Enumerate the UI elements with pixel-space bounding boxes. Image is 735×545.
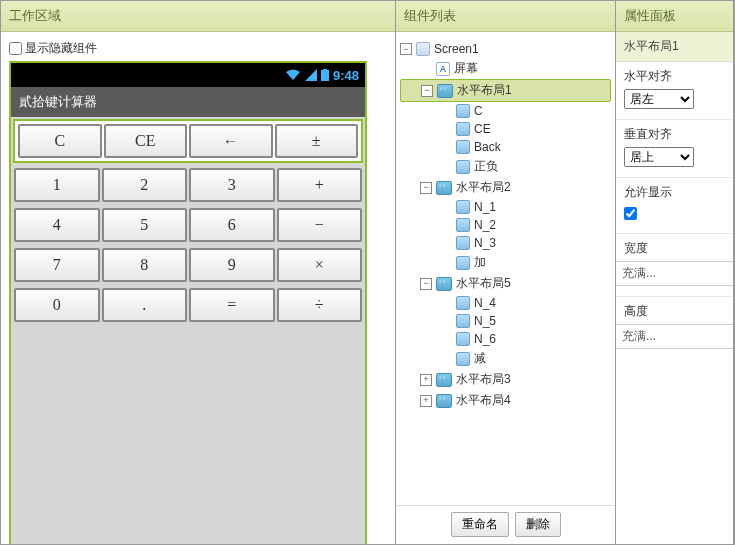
- comp-icon: [456, 122, 470, 136]
- tree-node[interactable]: N_1: [400, 198, 611, 216]
- prop-valign-select[interactable]: 居上: [624, 147, 694, 167]
- calc-button[interactable]: 5: [102, 208, 188, 242]
- show-hidden-row[interactable]: 显示隐藏组件: [9, 40, 387, 57]
- tree-node-label: 水平布局5: [456, 275, 511, 292]
- calc-row: CCE←±: [13, 119, 363, 163]
- tree-node[interactable]: −水平布局1: [400, 79, 611, 102]
- prop-visible: 允许显示: [616, 177, 733, 233]
- calc-button[interactable]: 0: [14, 288, 100, 322]
- comp-icon: [456, 140, 470, 154]
- prop-width-label: 宽度: [624, 240, 725, 257]
- calc-row: 789×: [13, 247, 363, 283]
- tree-node[interactable]: Back: [400, 138, 611, 156]
- comp-icon: [456, 314, 470, 328]
- svg-rect-1: [323, 69, 327, 71]
- calc-button[interactable]: +: [277, 168, 363, 202]
- component-list-title: 组件列表: [396, 1, 615, 32]
- layout-icon: [436, 394, 452, 408]
- calc-button[interactable]: 6: [189, 208, 275, 242]
- tree-node-label: 水平布局4: [456, 392, 511, 409]
- tree-node[interactable]: N_4: [400, 294, 611, 312]
- component-list-panel: 组件列表 −Screen1A屏幕−水平布局1CCEBack正负−水平布局2N_1…: [396, 1, 616, 544]
- tree-node[interactable]: CE: [400, 120, 611, 138]
- tree-node-label: C: [474, 104, 483, 118]
- layout-icon: [436, 181, 452, 195]
- tree-node-label: 水平布局1: [457, 82, 512, 99]
- tree-node-label: N_3: [474, 236, 496, 250]
- prop-width-value[interactable]: 充满...: [616, 261, 733, 286]
- tree-node[interactable]: N_6: [400, 330, 611, 348]
- tree-node[interactable]: −水平布局5: [400, 273, 611, 294]
- calc-button[interactable]: 9: [189, 248, 275, 282]
- calc-button[interactable]: 4: [14, 208, 100, 242]
- tree-node-label: N_2: [474, 218, 496, 232]
- tree-node-label: Back: [474, 140, 501, 154]
- calc-button[interactable]: 2: [102, 168, 188, 202]
- tree-buttons: 重命名 删除: [396, 505, 615, 543]
- tree-node[interactable]: −Screen1: [400, 40, 611, 58]
- calc-button[interactable]: .: [102, 288, 188, 322]
- prop-width: 宽度 充满...: [616, 233, 733, 296]
- tree-node[interactable]: +水平布局3: [400, 369, 611, 390]
- property-panel: 属性面板 水平布局1 水平对齐 居左 垂直对齐 居上 允许显示 宽度 充满...…: [616, 1, 734, 544]
- statusbar-time: 9:48: [333, 68, 359, 83]
- calc-button[interactable]: 7: [14, 248, 100, 282]
- calc-button[interactable]: ±: [275, 124, 359, 158]
- calc-button[interactable]: CE: [104, 124, 188, 158]
- tree-node[interactable]: A屏幕: [400, 58, 611, 79]
- prop-visible-checkbox[interactable]: [624, 207, 637, 220]
- calc-button[interactable]: ÷: [277, 288, 363, 322]
- calc-button[interactable]: ←: [189, 124, 273, 158]
- tree-node-label: N_6: [474, 332, 496, 346]
- tree-node[interactable]: 减: [400, 348, 611, 369]
- tree-node[interactable]: N_3: [400, 234, 611, 252]
- collapse-icon[interactable]: −: [420, 278, 432, 290]
- prop-height-value[interactable]: 充满...: [616, 324, 733, 349]
- wifi-icon: [285, 69, 301, 81]
- phone-statusbar: 9:48: [11, 63, 365, 87]
- calc-button[interactable]: C: [18, 124, 102, 158]
- property-panel-title: 属性面板: [616, 1, 733, 32]
- tree-node[interactable]: 正负: [400, 156, 611, 177]
- collapse-icon[interactable]: −: [420, 182, 432, 194]
- screen-icon: [416, 42, 430, 56]
- layout-icon: [437, 84, 453, 98]
- prop-halign-label: 水平对齐: [624, 68, 725, 85]
- show-hidden-checkbox[interactable]: [9, 42, 22, 55]
- phone-preview: 9:48 貳拾键计算器 CCE←±123+456−789×0.=÷: [9, 61, 367, 544]
- tree-node[interactable]: N_5: [400, 312, 611, 330]
- prop-visible-label: 允许显示: [624, 184, 725, 201]
- prop-height-label: 高度: [624, 303, 725, 320]
- comp-icon: [456, 104, 470, 118]
- expand-icon[interactable]: +: [420, 395, 432, 407]
- comp-icon: [456, 256, 470, 270]
- calc-button[interactable]: 3: [189, 168, 275, 202]
- prop-valign-label: 垂直对齐: [624, 126, 725, 143]
- tree-node-label: 水平布局3: [456, 371, 511, 388]
- calc-button[interactable]: 1: [14, 168, 100, 202]
- calc-button[interactable]: 8: [102, 248, 188, 282]
- rename-button[interactable]: 重命名: [451, 512, 509, 537]
- signal-icon: [305, 69, 317, 81]
- calc-row: 456−: [13, 207, 363, 243]
- calc-row: 123+: [13, 167, 363, 203]
- layout-icon: [436, 373, 452, 387]
- calc-button[interactable]: ×: [277, 248, 363, 282]
- work-area-body: 显示隐藏组件 9:48 貳拾键计算器 CCE←±123+456−789×0.=÷: [1, 32, 395, 544]
- work-area-panel: 工作区域 显示隐藏组件 9:48 貳拾键计算器 CCE←±123+456−789…: [1, 1, 396, 544]
- expand-icon[interactable]: +: [420, 374, 432, 386]
- comp-icon: [456, 218, 470, 232]
- comp-icon: [456, 332, 470, 346]
- collapse-icon[interactable]: −: [400, 43, 412, 55]
- tree-node[interactable]: −水平布局2: [400, 177, 611, 198]
- comp-icon: [456, 200, 470, 214]
- tree-node[interactable]: 加: [400, 252, 611, 273]
- calc-button[interactable]: =: [189, 288, 275, 322]
- tree-node[interactable]: C: [400, 102, 611, 120]
- collapse-icon[interactable]: −: [421, 85, 433, 97]
- calc-button[interactable]: −: [277, 208, 363, 242]
- tree-node[interactable]: +水平布局4: [400, 390, 611, 411]
- tree-node[interactable]: N_2: [400, 216, 611, 234]
- delete-button[interactable]: 删除: [515, 512, 561, 537]
- prop-halign-select[interactable]: 居左: [624, 89, 694, 109]
